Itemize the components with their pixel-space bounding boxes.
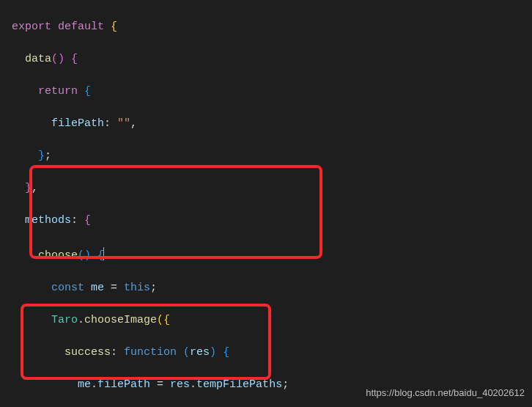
- code-line: data() {: [12, 51, 531, 67]
- watermark-text: https://blog.csdn.net/baidu_40202612: [366, 385, 525, 401]
- code-line: export default {: [12, 19, 531, 35]
- code-line: filePath: "",: [12, 116, 531, 132]
- code-line: return {: [12, 84, 531, 100]
- code-line: success: function (res) {: [12, 345, 531, 361]
- code-line: const me = this;: [12, 280, 531, 296]
- code-line: };: [12, 148, 531, 164]
- code-line: choose() {: [12, 245, 531, 264]
- text-cursor: [103, 247, 104, 260]
- code-line: },: [12, 180, 531, 197]
- code-line: methods: {: [12, 213, 531, 229]
- code-line: Taro.chooseImage({: [12, 312, 531, 329]
- code-editor-view: export default { data() { return { fileP…: [0, 0, 532, 407]
